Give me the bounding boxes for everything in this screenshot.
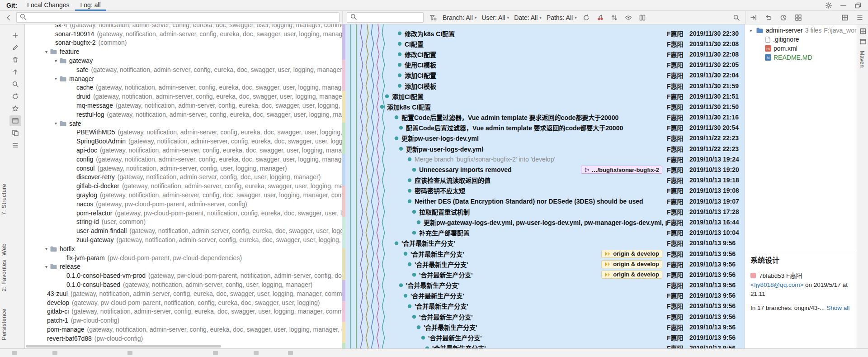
navigate-commits-icon[interactable]	[610, 13, 619, 22]
group-by-icon[interactable]	[794, 13, 803, 22]
branch-folder-row[interactable]: ▾manager	[25, 74, 342, 83]
chevron-down-icon[interactable]: ▾	[748, 28, 754, 33]
commit-row[interactable]: 添加CI配置F惠阳2019/11/30 22:04	[342, 70, 745, 81]
branch-row[interactable]: 43-zuul(gateway, notification, admin-ser…	[25, 289, 342, 298]
branch-folder-row[interactable]: ▾safe	[25, 119, 342, 128]
commit-row[interactable]: 使用CI模板F惠阳2019/11/30 22:05	[342, 60, 745, 70]
toolwindow-persistence[interactable]: Persistence	[1, 309, 7, 340]
statusbar-icon[interactable]	[12, 351, 17, 355]
commit-row[interactable]: '合并最新生产分支'F惠阳2019/10/13 9:56	[342, 322, 745, 332]
rollback-icon[interactable]	[764, 13, 773, 22]
toolwindow-favorites[interactable]: 2: Favorites	[1, 260, 7, 291]
find-in-log-icon[interactable]	[732, 13, 741, 22]
branch-row[interactable]: patch-1(pw-cloud-config)	[25, 316, 342, 325]
show-all-link[interactable]: Show all	[826, 305, 849, 311]
refresh-icon[interactable]	[582, 13, 591, 22]
changed-file-row[interactable]: M README.MD	[745, 53, 857, 62]
tab-log-all[interactable]: Log: all	[75, 0, 106, 11]
changed-file-row[interactable]: .gitignore	[745, 35, 857, 44]
chevron-down-icon[interactable]: ▾	[43, 264, 50, 269]
branch-filter[interactable]: Branch: All▾	[443, 14, 476, 21]
branch-row[interactable]: druid(gateway, notification, admin-serve…	[25, 92, 342, 101]
branch-row[interactable]: consul(gateway, notification, admin-serv…	[25, 164, 342, 173]
chevron-down-icon[interactable]: ▾	[52, 76, 59, 81]
commit-row[interactable]: 添加CI模板F惠阳2019/11/30 21:59	[342, 81, 745, 91]
restore-icon[interactable]	[854, 1, 863, 10]
view-options-icon[interactable]	[855, 13, 864, 22]
log-search-input[interactable]	[359, 14, 420, 21]
branch-head-label[interactable]: origin & develop	[601, 260, 662, 268]
commit-row[interactable]: Unnecessary imports removed…/bugfix/sona…	[342, 164, 745, 175]
branch-row[interactable]: api-doc(gateway, notification, admin-ser…	[25, 146, 342, 155]
commit-row[interactable]: '合并最新生产分支'origin & developF惠阳2019/10/13 …	[342, 269, 745, 280]
branch-row[interactable]: cache(gateway, notification, admin-serve…	[25, 83, 342, 92]
commit-row[interactable]: '合并最新生产分支'F惠阳2019/10/13 9:56	[342, 301, 745, 311]
branch-row[interactable]: pom-manage(gateway, notification, admin-…	[25, 325, 342, 334]
filter-settings-icon[interactable]	[429, 13, 438, 22]
toolwindow-structure[interactable]: 7: Structure	[1, 184, 7, 215]
eye-icon[interactable]	[624, 13, 633, 22]
tab-local-changes[interactable]: Local Changes	[22, 0, 75, 11]
compare-icon[interactable]	[638, 13, 647, 22]
statusbar-icon[interactable]	[213, 351, 218, 355]
commit-row[interactable]: Merge branch 'bugfix/sonar-bugfix-2' int…	[342, 154, 745, 164]
branch-row[interactable]: discover-retry(gateway, notification, ad…	[25, 173, 342, 182]
back-icon[interactable]	[4, 13, 13, 22]
commit-row[interactable]: '合并最新生产分支'F惠阳2019/10/13 9:56	[342, 343, 745, 348]
statusbar-icon[interactable]	[127, 351, 132, 355]
chevron-down-icon[interactable]: ▾	[52, 121, 59, 126]
paths-filter[interactable]: Paths: All▾	[547, 14, 577, 21]
commit-row[interactable]: 更新pw-user-logs-dev.ymlF惠阳2019/11/22 22:2…	[342, 133, 745, 143]
branch-row[interactable]: sonar-bugfix-2(common)	[25, 38, 342, 48]
user-filter[interactable]: User: All▾	[481, 14, 509, 21]
search-icon[interactable]	[9, 79, 21, 90]
layout-grid-icon[interactable]	[840, 13, 849, 22]
branch-head-label[interactable]: origin & develop	[601, 271, 662, 279]
branch-row[interactable]: mq-message(gateway, notification, admin-…	[25, 101, 342, 110]
right-strip-icon[interactable]	[859, 27, 868, 36]
branch-head-label[interactable]: origin & develop	[601, 250, 662, 258]
commit-row[interactable]: 更新pw-user-logs-dev.ymlF惠阳2019/11/22 22:2…	[342, 143, 745, 154]
pencil-icon[interactable]	[9, 42, 21, 53]
branch-row[interactable]: pom-refactor(gateway, pw-cloud-pom-paren…	[25, 209, 342, 218]
trash-icon[interactable]	[9, 54, 21, 65]
commit-hash[interactable]: 7bfabd53	[759, 272, 784, 279]
date-filter[interactable]: Date: All▾	[514, 14, 542, 21]
commit-row[interactable]: 添加CI配置F惠阳2019/11/30 21:51	[342, 91, 745, 101]
commit-row[interactable]: 添加k8s CI配置F惠阳2019/11/30 21:50	[342, 101, 745, 112]
commit-row[interactable]: '合并最新生产分支'F惠阳2019/10/13 9:56	[342, 290, 745, 301]
commit-row[interactable]: 拉取配置重试机制F惠阳2019/10/13 17:28	[342, 206, 745, 217]
branch-row[interactable]: sk-4(gateway, notification, admin-server…	[25, 24, 342, 29]
commit-row[interactable]: 密码密钥不应太短F惠阳2019/10/13 19:08	[342, 186, 745, 196]
commit-row[interactable]: 配置Code后置过滤器，Vue admin template 要求返回的code…	[342, 123, 745, 133]
branch-row[interactable]: develop(gateway, pw-cloud-pom-parent, no…	[25, 298, 342, 307]
commit-row[interactable]: '合并最新生产分支'F惠阳2019/10/13 9:56	[342, 280, 745, 290]
cherry-pick-icon[interactable]	[596, 13, 605, 22]
horizontal-scrollbar[interactable]	[25, 344, 342, 348]
chevron-down-icon[interactable]: ▾	[52, 58, 59, 63]
branch-row[interactable]: SpringBootAdmin(gateway, notification, a…	[25, 137, 342, 146]
branch-row[interactable]: string-id(user, common)	[25, 218, 342, 227]
branch-search-box[interactable]	[16, 12, 340, 23]
commit-author-email[interactable]: <fjy8018@qq.com>	[750, 281, 803, 288]
commit-row[interactable]: '合并最新生产分支'F惠阳2019/10/13 9:56	[342, 238, 745, 248]
branch-folder-row[interactable]: ▾release	[25, 262, 342, 271]
changed-files-root[interactable]: ▾ admin-server 3 files F:\java_worksp...	[745, 26, 857, 35]
star-icon[interactable]	[9, 103, 21, 114]
commit-row[interactable]: 配置Code后置过滤器，Vue admin template 要求返回的code…	[342, 112, 745, 123]
right-strip-icon[interactable]	[859, 37, 868, 46]
branch-row[interactable]: PBEWithMD5(gateway, notification, admin-…	[25, 128, 342, 137]
branch-row[interactable]: restful-log(gateway, notification, admin…	[25, 110, 342, 119]
toolwindow-web[interactable]: Web	[1, 243, 7, 256]
branch-folder-row[interactable]: ▾hotfix	[25, 244, 342, 253]
chevron-down-icon[interactable]: ▾	[43, 246, 50, 251]
commit-row[interactable]: 补充生产部署配置F惠阳2019/10/13 10:04	[342, 228, 745, 238]
branch-row[interactable]: zuul-gateway(gateway, notification, admi…	[25, 235, 342, 244]
branch-label[interactable]: …/bugfix/sonar-bugfix-2	[581, 166, 663, 174]
commit-row[interactable]: '合并最新生产分支'F惠阳2019/10/13 9:56	[342, 332, 745, 343]
branch-folder-row[interactable]: ▾feature	[25, 47, 342, 56]
log-search-box[interactable]	[347, 12, 424, 23]
panel-icon[interactable]	[9, 115, 21, 126]
branch-row[interactable]: sonar-190914(gateway, notification, admi…	[25, 29, 342, 38]
commit-row[interactable]: 更新pw-gateway-logs-dev.yml, pw-user-logs-…	[342, 217, 745, 227]
